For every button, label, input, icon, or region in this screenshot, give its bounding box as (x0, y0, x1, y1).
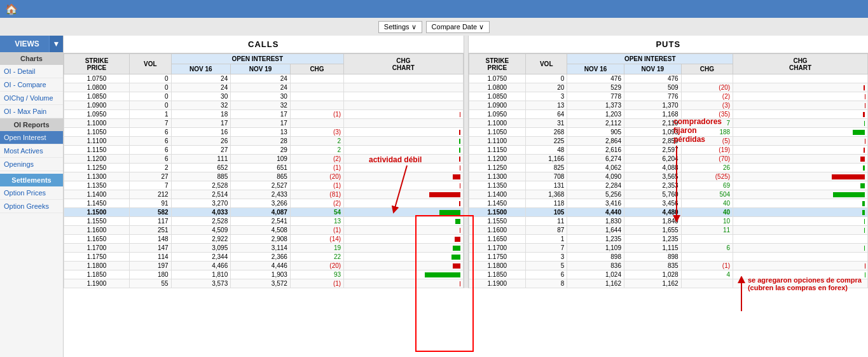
calls-chart-cell (344, 164, 463, 172)
calls-nov19-cell: 17 (231, 119, 291, 128)
puts-nov16-cell: 905 (567, 128, 624, 137)
calls-nov16-cell: 24 (171, 83, 231, 92)
puts-nov16-cell: 4,090 (567, 172, 624, 181)
calls-nov16-cell: 2,514 (171, 190, 231, 199)
sidebar-item-most-actives[interactable]: Most Actives (0, 144, 63, 158)
calls-nov19-cell: 3,572 (231, 279, 291, 288)
calls-nov16-cell: 4,033 (171, 208, 231, 217)
calls-chg-cell: 19 (290, 244, 343, 253)
calls-chg-cell: (2) (290, 199, 343, 208)
puts-nov16-cell: 1,162 (567, 279, 624, 288)
puts-nov16-cell: 836 (567, 262, 624, 270)
calls-chg-cell: (81) (290, 190, 343, 199)
puts-nov16-cell: 1,830 (567, 217, 624, 226)
puts-chg-cell: 69 (681, 181, 733, 190)
puts-chart-cell (733, 226, 868, 235)
views-button[interactable]: VIEWS ▼ (0, 36, 63, 52)
calls-nov19-cell: 28 (231, 137, 291, 146)
puts-vol-cell: 105 (526, 208, 567, 217)
puts-chg-cell (681, 279, 733, 288)
puts-chg-cell: 40 (681, 208, 733, 217)
calls-chg-cell (290, 83, 343, 92)
puts-chart-cell (733, 190, 868, 199)
sidebar-item-oichg-volume[interactable]: OIChg / Volume (0, 92, 63, 105)
calls-nov19-cell: 4,508 (231, 226, 291, 235)
puts-strike-cell: 1.1150 (469, 146, 526, 155)
calls-vol-cell: 91 (130, 199, 172, 208)
calls-nov19-cell: 2,366 (231, 253, 291, 262)
puts-chart-cell (733, 137, 868, 146)
puts-strike-cell: 1.0950 (469, 110, 526, 119)
calls-chg-cell: 93 (290, 270, 343, 279)
puts-chg-cell: 26 (681, 164, 733, 172)
sidebar-item-openings[interactable]: Openings (0, 158, 63, 171)
calls-strike-cell: 1.1750 (64, 253, 130, 262)
calls-vol-cell: 0 (130, 101, 172, 110)
calls-nov16-cell: 2,528 (171, 217, 231, 226)
calls-strike-cell: 1.1350 (64, 181, 130, 190)
calls-chg-cell: 54 (290, 208, 343, 217)
calls-strike-cell: 1.1850 (64, 270, 130, 279)
puts-nov19-header: NOV 19 (624, 64, 681, 74)
puts-strike-cell: 1.0850 (469, 92, 526, 101)
main-layout: VIEWS ▼ Charts OI - Detail OI - Compare … (0, 36, 868, 357)
puts-nov19-cell: 4,088 (624, 164, 681, 172)
puts-nov16-cell: 2,112 (567, 119, 624, 128)
calls-chg-cell: (14) (290, 235, 343, 244)
calls-vol-cell: 212 (130, 190, 172, 199)
puts-strike-cell: 1.1200 (469, 155, 526, 164)
calls-vol-cell: 6 (130, 155, 172, 164)
calls-chg-chart-header: CHGCHART (344, 54, 463, 74)
puts-nov16-cell: 2,616 (567, 146, 624, 155)
puts-vol-cell: 8 (526, 279, 567, 288)
puts-nov16-cell: 1,109 (567, 244, 624, 253)
calls-vol-cell: 114 (130, 253, 172, 262)
home-icon[interactable]: 🏠 (5, 3, 18, 15)
calls-vol-cell: 180 (130, 270, 172, 279)
compare-date-button[interactable]: Compare Date ∨ (426, 21, 490, 33)
puts-chg-cell: (19) (681, 146, 733, 155)
calls-table: STRIKEPRICE VOL OPEN INTEREST CHGCHART N… (64, 53, 464, 288)
sidebar-item-open-interest[interactable]: Open Interest (0, 131, 63, 144)
calls-chg-cell: (3) (290, 128, 343, 137)
puts-strike-cell: 1.1700 (469, 244, 526, 253)
calls-nov19-cell: 651 (231, 164, 291, 172)
calls-nov16-cell: 2,344 (171, 253, 231, 262)
views-dropdown-arrow[interactable]: ▼ (49, 36, 63, 52)
puts-nov16-cell: 4,062 (567, 164, 624, 172)
puts-section: PUTS STRIKEPRICE VOL OPEN INTEREST CHGCH… (469, 36, 869, 288)
puts-chart-cell (733, 235, 868, 244)
puts-chg-cell: (2) (681, 92, 733, 101)
puts-chart-cell (733, 119, 868, 128)
section-divider (464, 36, 469, 288)
sidebar-item-oi-compare[interactable]: OI - Compare (0, 78, 63, 92)
calls-chg-cell: (2) (290, 155, 343, 164)
sidebar-section-settlements[interactable]: Settlements (0, 174, 63, 186)
puts-strike-cell: 1.1450 (469, 199, 526, 208)
calls-chart-cell (344, 74, 463, 83)
calls-chart-cell (344, 217, 463, 226)
calls-chg-cell: 2 (290, 146, 343, 155)
settings-button[interactable]: Settings ∨ (378, 21, 422, 33)
puts-chg-cell: (1) (681, 262, 733, 270)
calls-nov16-cell: 26 (171, 137, 231, 146)
sidebar-item-oi-detail[interactable]: OI - Detail (0, 65, 63, 78)
calls-nov16-cell: 3,270 (171, 199, 231, 208)
calls-chart-cell (344, 155, 463, 164)
puts-nov19-cell: 1,840 (624, 217, 681, 226)
calls-strike-header: STRIKEPRICE (64, 54, 130, 74)
sidebar-item-option-prices[interactable]: Option Prices (0, 186, 63, 200)
calls-nov16-cell: 17 (171, 119, 231, 128)
puts-nov19-cell: 509 (624, 83, 681, 92)
puts-chart-cell (733, 244, 868, 253)
calls-chart-cell (344, 92, 463, 101)
sidebar-item-option-greeks[interactable]: Option Greeks (0, 200, 63, 213)
puts-strike-cell: 1.1000 (469, 119, 526, 128)
puts-chart-cell (733, 83, 868, 92)
puts-vol-cell: 13 (526, 101, 567, 110)
sidebar-item-oi-max-pain[interactable]: OI - Max Pain (0, 105, 63, 118)
calls-title: CALLS (64, 36, 464, 53)
calls-nov19-cell: 2,527 (231, 181, 291, 190)
puts-nov16-cell: 778 (567, 92, 624, 101)
tables-wrapper: CALLS STRIKEPRICE VOL OPEN INTEREST CHGC… (64, 36, 868, 288)
